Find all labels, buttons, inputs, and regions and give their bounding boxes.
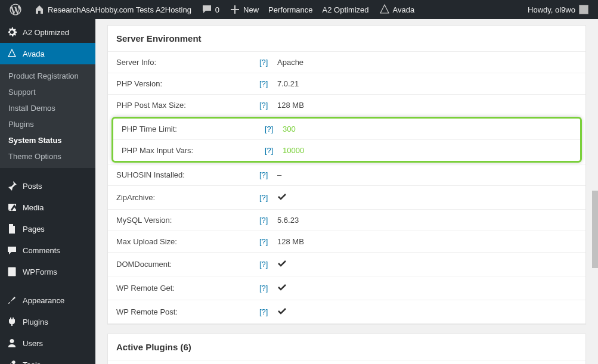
row-value [277, 259, 577, 270]
row-php-post-max: PHP Post Max Size: [?] 128 MB [108, 94, 585, 116]
pin-icon [6, 180, 18, 192]
help-link[interactable]: [?] [259, 260, 277, 269]
panel-title: Active Plugins (6) [108, 334, 585, 360]
sidebar-item-pages[interactable]: Pages [0, 218, 95, 239]
row-php-max-input: PHP Max Input Vars: [?] 10000 [113, 139, 580, 161]
gear-icon [6, 26, 18, 38]
row-label: PHP Max Input Vars: [122, 146, 265, 155]
help-link[interactable]: [?] [259, 284, 277, 293]
sidebar-item-avada[interactable]: Avada [0, 43, 95, 64]
row-label: PHP Time Limit: [122, 125, 265, 133]
sidebar-item-wpforms[interactable]: WPForms [0, 261, 95, 282]
admin-bar: ResearchAsAHobby.com Tests A2Hosting 0 N… [0, 0, 598, 19]
home-icon [33, 4, 45, 15]
submenu-support[interactable]: Support [0, 84, 95, 100]
wp-logo[interactable] [5, 0, 29, 19]
comments-link[interactable]: 0 [196, 0, 224, 19]
row-label: WP Remote Post: [116, 307, 259, 316]
row-max-upload: Max Upload Size: [?] 128 MB [108, 231, 585, 252]
sidebar-item-a2-optimized[interactable]: A2 Optimized [0, 21, 95, 43]
check-icon [277, 192, 287, 203]
a2-optimized-link[interactable]: A2 Optimized [318, 0, 374, 19]
row-domdocument: DOMDocument: [?] [108, 252, 585, 276]
submenu-theme-options[interactable]: Theme Options [0, 148, 95, 164]
sidebar-label: Avada [23, 49, 45, 58]
user-icon [6, 337, 18, 349]
avada-icon [379, 4, 391, 15]
help-link[interactable]: [?] [265, 125, 283, 133]
admin-sidebar: A2 Optimized Avada Product Registration … [0, 19, 95, 364]
row-label: ZipArchive: [116, 193, 259, 202]
row-value [277, 192, 577, 203]
my-account[interactable]: Howdy, ol9wo [523, 0, 593, 19]
active-plugins-panel: Active Plugins (6) A2 Optimized WP by A2… [107, 334, 586, 364]
row-label: SUHOSIN Installed: [116, 170, 259, 179]
sidebar-item-users[interactable]: Users [0, 332, 95, 354]
performance-link[interactable]: Performance [264, 0, 317, 19]
row-label: DOMDocument: [116, 260, 259, 269]
form-icon [6, 266, 18, 278]
plug-icon [6, 316, 18, 328]
row-php-version: PHP Version: [?] 7.0.21 [108, 73, 585, 94]
submenu-install-demos[interactable]: Install Demos [0, 100, 95, 116]
row-label: WP Remote Get: [116, 284, 259, 293]
row-wp-remote-post: WP Remote Post: [?] [108, 300, 585, 323]
check-icon [277, 306, 287, 318]
help-link[interactable]: [?] [259, 216, 277, 225]
avada-link[interactable]: Avada [374, 0, 420, 19]
row-value: 128 MB [277, 237, 577, 246]
sidebar-item-media[interactable]: Media [0, 197, 95, 218]
greeting-label: Howdy, ol9wo [528, 5, 575, 14]
avatar [579, 5, 588, 14]
check-icon [277, 259, 287, 270]
help-link[interactable]: [?] [259, 193, 277, 202]
submenu-product-registration[interactable]: Product Registration [0, 68, 95, 84]
highlighted-rows: PHP Time Limit: [?] 300 PHP Max Input Va… [111, 117, 582, 163]
help-link[interactable]: [?] [259, 58, 277, 67]
content-area: Server Environment Server Info: [?] Apac… [95, 19, 598, 364]
row-value [277, 306, 577, 318]
row-value: 5.6.23 [277, 216, 577, 225]
sidebar-item-comments[interactable]: Comments [0, 239, 95, 261]
page-icon [6, 223, 18, 235]
help-link[interactable]: [?] [259, 170, 277, 179]
panel-title: Server Environment [108, 26, 585, 51]
row-value: 300 [283, 125, 572, 133]
help-link[interactable]: [?] [259, 237, 277, 246]
sidebar-item-plugins[interactable]: Plugins [0, 311, 95, 332]
help-link[interactable]: [?] [259, 79, 277, 88]
new-content[interactable]: New [224, 0, 264, 19]
row-label: MySQL Version: [116, 216, 259, 225]
submenu-plugins[interactable]: Plugins [0, 116, 95, 132]
media-icon [6, 201, 18, 213]
avada-submenu: Product Registration Support Install Dem… [0, 64, 95, 168]
check-icon [277, 282, 287, 294]
row-value: 128 MB [277, 101, 577, 110]
row-value: 10000 [283, 146, 572, 155]
help-link[interactable]: [?] [259, 307, 277, 316]
sidebar-item-tools[interactable]: Tools [0, 354, 95, 364]
row-label: Server Info: [116, 58, 259, 67]
row-label: Max Upload Size: [116, 237, 259, 246]
server-environment-panel: Server Environment Server Info: [?] Apac… [107, 25, 586, 324]
help-link[interactable]: [?] [259, 101, 277, 110]
scrollbar-thumb[interactable] [592, 191, 598, 268]
row-value: – [277, 170, 577, 179]
sidebar-item-appearance[interactable]: Appearance [0, 290, 95, 311]
brush-icon [6, 294, 18, 306]
row-wp-remote-get: WP Remote Get: [?] [108, 276, 585, 300]
row-php-time-limit: PHP Time Limit: [?] 300 [113, 119, 580, 139]
new-label: New [243, 5, 259, 14]
comments-count: 0 [215, 5, 219, 14]
row-label: PHP Post Max Size: [116, 101, 259, 110]
site-name[interactable]: ResearchAsAHobby.com Tests A2Hosting [29, 0, 196, 19]
sidebar-item-posts[interactable]: Posts [0, 175, 95, 197]
site-name-label: ResearchAsAHobby.com Tests A2Hosting [48, 5, 191, 14]
help-link[interactable]: [?] [265, 146, 283, 155]
row-mysql: MySQL Version: [?] 5.6.23 [108, 209, 585, 231]
row-value: 7.0.21 [277, 79, 577, 88]
row-suhosin: SUHOSIN Installed: [?] – [108, 164, 585, 185]
row-value [277, 282, 577, 294]
row-server-info: Server Info: [?] Apache [108, 51, 585, 73]
submenu-system-status[interactable]: System Status [0, 132, 95, 148]
